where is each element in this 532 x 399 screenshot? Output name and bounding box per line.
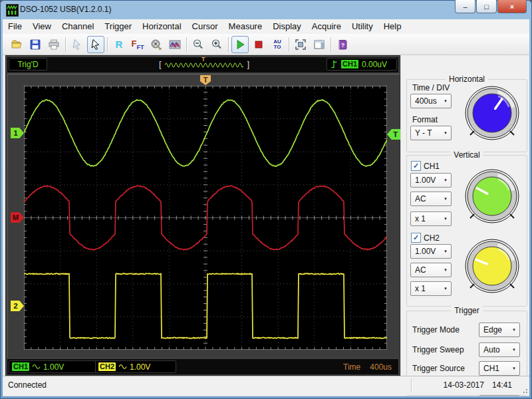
waveform-icon — [169, 39, 181, 51]
math-position-marker[interactable]: M — [11, 212, 24, 223]
trigger-status-box: Trig'D — [9, 58, 47, 70]
chevron-down-icon: ▼ — [444, 197, 448, 201]
connection-status: Connected — [8, 380, 47, 390]
fullscreen-icon — [295, 39, 307, 51]
chevron-down-icon: ▼ — [444, 249, 448, 253]
toolbar-separator — [65, 37, 66, 52]
time-label: Time — [343, 362, 360, 372]
zoom-in-button[interactable] — [208, 36, 225, 53]
cursor-tool-button[interactable] — [87, 36, 104, 53]
zoom-out-button[interactable] — [190, 36, 207, 53]
app-window: DSO-1052 USB(V1.2.0.1) – □ × File View C… — [0, 0, 532, 399]
toolbar-separator — [289, 37, 289, 52]
trigger-level-value: 0.00uV — [362, 60, 387, 69]
ch1-checkbox[interactable]: ✓ — [411, 161, 421, 171]
fft-icon: FFT — [132, 37, 144, 51]
scope-bottom-bar: CH1 1.00V CH2 1.00V Time 400us — [7, 359, 398, 374]
control-panel: Horizontal Time / DIV 400us▼ Format Y - … — [400, 55, 529, 376]
refresh-button[interactable]: R — [110, 36, 128, 53]
menu-trigger[interactable]: Trigger — [99, 19, 137, 34]
minimize-icon: – — [463, 3, 467, 11]
close-button[interactable]: × — [497, 0, 527, 13]
horizontal-knob[interactable] — [462, 83, 522, 143]
menu-horizontal[interactable]: Horizontal — [137, 19, 187, 34]
ch1-volt-select[interactable]: 1.00V▼ — [410, 173, 452, 188]
menu-acquire[interactable]: Acquire — [307, 19, 346, 34]
ch1-coupling-select[interactable]: AC▼ — [410, 192, 452, 206]
ch2-volt-select[interactable]: 1.00V▼ — [410, 244, 452, 259]
menu-cursor[interactable]: Cursor — [187, 19, 223, 34]
trigger-status: Trig'D — [17, 60, 38, 69]
open-button[interactable] — [8, 36, 25, 53]
fullscreen-button[interactable] — [292, 36, 309, 53]
check-icon: ✓ — [413, 162, 419, 170]
horizontal-group-title: Horizontal — [446, 74, 488, 84]
time-div-select[interactable]: 400us▼ — [410, 94, 452, 108]
maximize-button[interactable]: □ — [476, 0, 497, 13]
format-select[interactable]: Y - T▼ — [410, 126, 452, 140]
menu-channel[interactable]: Channel — [57, 19, 99, 34]
window-layout-icon — [313, 39, 325, 51]
menu-utility[interactable]: Utility — [346, 19, 378, 34]
trigger-mode-select[interactable]: Edge▼ — [479, 323, 520, 337]
ch2-position-marker[interactable]: 2 — [11, 301, 24, 311]
help-button[interactable]: ? — [334, 36, 351, 53]
save-icon — [29, 39, 41, 51]
waveform-import-button[interactable] — [166, 36, 184, 53]
window-title: DSO-1052 USB(V1.2.0.1) — [20, 5, 111, 14]
waveform-preview[interactable]: [ ] T — [159, 58, 249, 70]
preview-bracket-right: ] — [247, 59, 249, 70]
toolbar-separator — [228, 37, 229, 52]
trigger-source-select[interactable]: CH1▼ — [479, 361, 520, 376]
ch1-scale: 1.00V — [43, 362, 64, 372]
resize-grip[interactable] — [521, 386, 527, 393]
toolbar-separator — [331, 37, 331, 52]
scope-area: Trig'D [ ] T CH1 0.00uV — [5, 55, 400, 376]
trigger-level-marker[interactable]: T — [387, 129, 400, 140]
zoom-out-icon — [192, 39, 204, 51]
ch1-badge: CH1 — [12, 362, 29, 371]
chevron-down-icon: ▼ — [444, 287, 448, 291]
ch2-position-knob[interactable] — [462, 236, 522, 296]
menu-view[interactable]: View — [27, 19, 57, 34]
title-bar[interactable]: DSO-1052 USB(V1.2.0.1) – □ × — [0, 0, 532, 19]
trigger-group-title: Trigger — [451, 306, 483, 315]
ch1-position-knob[interactable] — [462, 166, 522, 226]
ch2-checkbox[interactable]: ✓ — [411, 233, 421, 243]
ch2-probe-select[interactable]: x 1▼ — [410, 281, 452, 296]
time-readout: Time 400us — [343, 360, 392, 373]
trigger-sweep-label: Trigger Sweep — [412, 345, 464, 354]
chevron-down-icon: ▼ — [444, 178, 448, 182]
menu-help[interactable]: Help — [378, 19, 407, 34]
app-logo-icon — [6, 4, 19, 17]
trigger-mode-label: Trigger Mode — [412, 325, 460, 334]
menu-file[interactable]: File — [3, 19, 27, 34]
auto-icon: AUTO — [273, 39, 281, 50]
time-div-label: Time / DIV — [412, 83, 450, 92]
cursor-tool-alt-button[interactable] — [68, 36, 86, 53]
fft-button[interactable]: FFT — [129, 36, 146, 53]
run-button[interactable] — [231, 36, 249, 53]
print-button[interactable] — [45, 36, 63, 53]
minimize-button[interactable]: – — [455, 0, 475, 13]
toolbar-separator — [186, 37, 187, 52]
r-icon: R — [116, 39, 123, 50]
format-label: Format — [412, 115, 438, 124]
ch2-coupling-select[interactable]: AC▼ — [410, 263, 452, 277]
trigger-time-marker[interactable]: T — [200, 75, 211, 85]
ch1-position-marker[interactable]: 1 — [11, 128, 24, 138]
datetime-status: 14-03-2017 14:41 — [444, 380, 512, 390]
menu-measure[interactable]: Measure — [223, 19, 268, 34]
scope-display: T 1 M 2 T — [7, 74, 400, 358]
ch1-probe-select[interactable]: x 1▼ — [410, 211, 452, 226]
trigger-sweep-select[interactable]: Auto▼ — [479, 342, 520, 357]
menu-display[interactable]: Display — [267, 19, 307, 34]
panels-button[interactable] — [311, 36, 328, 53]
trigger-readout-box: CH1 0.00uV — [327, 58, 397, 70]
save-button[interactable] — [27, 36, 44, 53]
trigger-source-label: Trigger Source — [412, 364, 465, 373]
record-button[interactable] — [148, 36, 165, 53]
stop-button[interactable] — [250, 36, 267, 53]
ch1-coupling-icon — [32, 364, 41, 370]
autoset-button[interactable]: AUTO — [269, 36, 286, 53]
